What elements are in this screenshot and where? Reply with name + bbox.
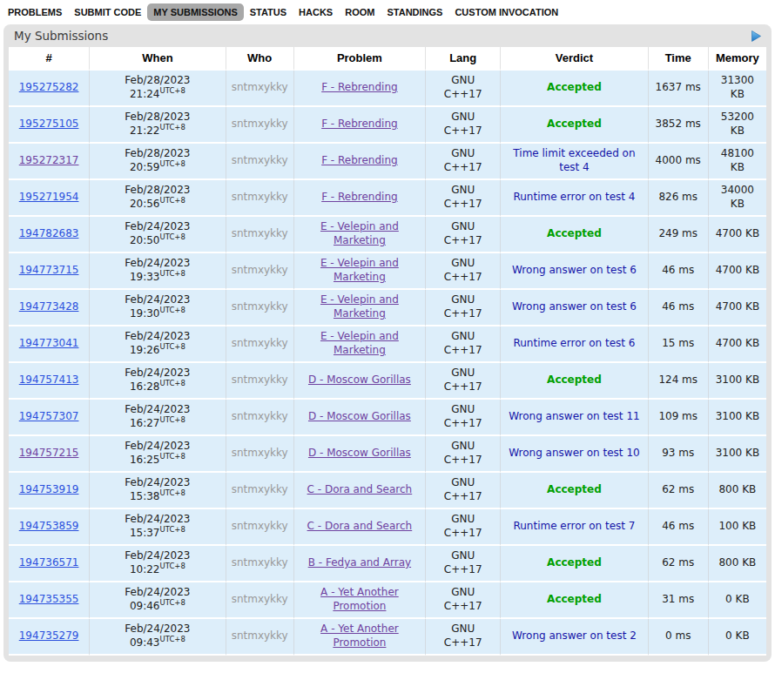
problem-link[interactable]: E - Velepin and Marketing (320, 220, 399, 246)
author-link[interactable]: sntmxykky (232, 337, 288, 349)
author-link[interactable]: sntmxykky (232, 227, 288, 239)
problem-link[interactable]: C - Dora and Search (307, 520, 413, 532)
submission-date: Feb/24/2023 (125, 330, 190, 342)
author-link[interactable]: sntmxykky (232, 374, 288, 386)
nav-item-submit-code[interactable]: SUBMIT CODE (68, 3, 147, 21)
cell-time: 826 ms (648, 180, 708, 217)
cell-memory: 800 KB (708, 473, 766, 509)
author-link[interactable]: sntmxykky (232, 191, 288, 203)
submission-id-link[interactable]: 194773041 (19, 337, 79, 349)
cell-submission-id: 194753859 (9, 509, 89, 546)
author-link[interactable]: sntmxykky (232, 118, 288, 130)
timezone-label: UTC+8 (159, 159, 185, 168)
submission-id-link[interactable]: 195275105 (19, 118, 79, 130)
verdict-label: Runtime error on test 4 (513, 191, 635, 203)
submission-id-link[interactable]: 194773428 (19, 300, 79, 313)
timezone-label: UTC+8 (159, 452, 185, 461)
problem-link[interactable]: D - Moscow Gorillas (308, 410, 411, 422)
submission-id-link[interactable]: 194753859 (19, 520, 79, 532)
author-link[interactable]: sntmxykky (232, 81, 288, 93)
cell-submission-id: 194735355 (9, 582, 89, 619)
problem-link[interactable]: E - Velepin and Marketing (320, 257, 399, 283)
submission-id-link[interactable]: 195272317 (19, 154, 79, 166)
exec-time-label: 46 ms (662, 520, 694, 532)
problem-link[interactable]: A - Yet Another Promotion (320, 586, 399, 612)
submission-date: Feb/24/2023 (125, 403, 190, 415)
problem-link[interactable]: F - Rebrending (321, 118, 398, 130)
author-link[interactable]: sntmxykky (232, 264, 288, 276)
submission-id-link[interactable]: 195275282 (19, 81, 79, 93)
submission-time: 16:28 (130, 380, 160, 393)
memory-label: 0 KB (725, 593, 750, 605)
nav-item-room[interactable]: ROOM (339, 3, 381, 21)
column-header: Lang (425, 47, 500, 71)
cell-problem: E - Velepin and Marketing (293, 253, 425, 290)
cell-verdict: Wrong answer on test 6 (500, 290, 647, 326)
cell-verdict: Time limit exceeded on test 4 (500, 144, 647, 180)
author-link[interactable]: sntmxykky (232, 520, 288, 532)
submission-id-link[interactable]: 194757413 (19, 374, 79, 386)
submission-date: Feb/24/2023 (125, 440, 190, 452)
submission-id-link[interactable]: 194735355 (19, 593, 79, 605)
author-link[interactable]: sntmxykky (232, 447, 288, 459)
cell-problem: C - Dora and Search (293, 509, 425, 546)
problem-link[interactable]: F - Rebrending (321, 154, 398, 166)
nav-item-my-submissions[interactable]: MY SUBMISSIONS (147, 3, 243, 21)
memory-label: 4700 KB (716, 227, 759, 239)
problem-link[interactable]: E - Velepin and Marketing (320, 293, 399, 320)
author-link[interactable]: sntmxykky (232, 483, 288, 495)
author-link[interactable]: sntmxykky (232, 300, 288, 313)
submission-id-link[interactable]: 195271954 (19, 191, 79, 203)
submission-id-link[interactable]: 194757307 (19, 410, 79, 422)
cell-time: 3852 ms (648, 107, 708, 144)
cell-lang: GNU C++17 (425, 436, 500, 473)
table-row: 194753919 Feb/24/2023 15:38UTC+8 sntmxyk… (9, 473, 766, 509)
nav-item-standings[interactable]: STANDINGS (381, 3, 448, 21)
cell-time: 62 ms (648, 546, 708, 582)
nav-item-problems[interactable]: PROBLEMS (2, 3, 68, 21)
submission-id-link[interactable]: 194736571 (19, 556, 79, 569)
author-link[interactable]: sntmxykky (232, 154, 288, 166)
problem-link[interactable]: B - Fedya and Array (308, 556, 411, 569)
submission-id-link[interactable]: 194757215 (19, 447, 79, 459)
cell-verdict: Wrong answer on test 6 (500, 253, 647, 290)
cell-when: Feb/24/2023 16:27UTC+8 (89, 400, 225, 436)
table-row: 194757307 Feb/24/2023 16:27UTC+8 sntmxyk… (9, 400, 766, 436)
author-link[interactable]: sntmxykky (232, 410, 288, 422)
nav-item-custom-invocation[interactable]: CUSTOM INVOCATION (448, 3, 564, 21)
collapse-arrow-icon[interactable] (751, 30, 761, 42)
nav-item-status[interactable]: STATUS (244, 3, 293, 21)
nav-item-hacks[interactable]: HACKS (293, 3, 339, 21)
cell-lang: GNU C++17 (425, 107, 500, 144)
problem-link[interactable]: D - Moscow Gorillas (308, 374, 411, 386)
author-link[interactable]: sntmxykky (232, 629, 288, 642)
submission-id-link[interactable]: 194753919 (19, 483, 79, 495)
cell-lang: GNU C++17 (425, 217, 500, 253)
verdict-label: Wrong answer on test 11 (509, 410, 639, 422)
problem-link[interactable]: D - Moscow Gorillas (308, 447, 411, 459)
cell-when: Feb/24/2023 09:43UTC+8 (89, 619, 225, 656)
problem-link[interactable]: A - Yet Another Promotion (320, 623, 399, 649)
verdict-label: Accepted (547, 374, 602, 386)
author-link[interactable]: sntmxykky (232, 556, 288, 569)
cell-when: Feb/24/2023 19:30UTC+8 (89, 290, 225, 326)
cell-memory: 3100 KB (708, 363, 766, 400)
problem-link[interactable]: E - Velepin and Marketing (320, 330, 399, 356)
problem-link[interactable]: C - Dora and Search (307, 483, 413, 495)
cell-who: sntmxykky (226, 509, 293, 546)
cell-problem: C - Dora and Search (293, 473, 425, 509)
submission-time: 16:27 (130, 417, 160, 429)
exec-time-label: 3852 ms (656, 118, 701, 130)
submission-id-link[interactable]: 194773715 (19, 264, 79, 276)
problem-link[interactable]: F - Rebrending (321, 81, 398, 93)
submission-id-link[interactable]: 194782683 (19, 227, 79, 239)
submission-time: 19:30 (130, 307, 160, 320)
problem-link[interactable]: F - Rebrending (321, 191, 398, 203)
cell-verdict: Accepted (500, 71, 647, 107)
submission-id-link[interactable]: 194735279 (19, 629, 79, 642)
language-label: GNU C++17 (444, 623, 482, 649)
exec-time-label: 15 ms (662, 337, 694, 349)
cell-submission-id: 195272317 (9, 144, 89, 180)
author-link[interactable]: sntmxykky (232, 593, 288, 605)
cell-submission-id: 194773715 (9, 253, 89, 290)
